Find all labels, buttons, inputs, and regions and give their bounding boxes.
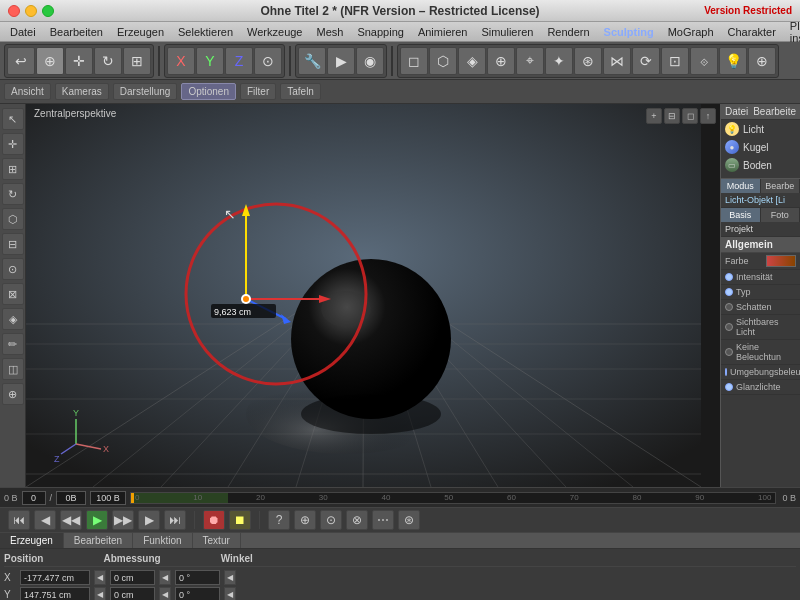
coord-y-pos[interactable] — [20, 587, 90, 600]
tb-obj3[interactable]: ◈ — [458, 47, 486, 75]
lp-uv[interactable]: ⊠ — [2, 283, 24, 305]
lp-move[interactable]: ✛ — [2, 133, 24, 155]
coord-x-angle-arrow[interactable]: ◀ — [224, 570, 236, 585]
bt-textur[interactable]: Textur — [193, 533, 241, 548]
pb-play[interactable]: ▶ — [86, 510, 108, 530]
tb-x-axis[interactable]: X — [167, 47, 195, 75]
tb-obj13[interactable]: ⊕ — [748, 47, 776, 75]
coord-y-pos-arrow[interactable]: ◀ — [94, 587, 106, 600]
close-button[interactable] — [8, 5, 20, 17]
coord-x-pos-arrow[interactable]: ◀ — [94, 570, 106, 585]
tb2-optionen[interactable]: Optionen — [181, 83, 236, 100]
pb-key-btn4[interactable]: ⊗ — [346, 510, 368, 530]
pb-key-btn1[interactable]: ? — [268, 510, 290, 530]
minimize-button[interactable] — [25, 5, 37, 17]
tb2-darstellung[interactable]: Darstellung — [113, 83, 178, 100]
menu-animieren[interactable]: Animieren — [412, 24, 474, 40]
bt-bearbeiten[interactable]: Bearbeiten — [64, 533, 133, 548]
vp-btn-1[interactable]: + — [646, 108, 662, 124]
tb-snap[interactable]: 🔧 — [298, 47, 326, 75]
pb-record[interactable]: ⏺ — [203, 510, 225, 530]
bt-erzeugen[interactable]: Erzeugen — [0, 533, 64, 548]
pb-key-btn5[interactable]: ⋯ — [372, 510, 394, 530]
props-subtab-foto[interactable]: Foto — [761, 208, 801, 222]
tb-render2[interactable]: ◉ — [356, 47, 384, 75]
menu-simulieren[interactable]: Simulieren — [475, 24, 539, 40]
tb-obj12[interactable]: 💡 — [719, 47, 747, 75]
tb-obj7[interactable]: ⊛ — [574, 47, 602, 75]
viewport[interactable]: Zentralperspektive + ⊟ ◻ ↑ — [26, 104, 720, 487]
tl-range-end-input[interactable] — [90, 491, 126, 505]
lp-pointer[interactable]: ↖ — [2, 108, 24, 130]
tl-current-input[interactable] — [22, 491, 46, 505]
vp-btn-3[interactable]: ◻ — [682, 108, 698, 124]
pb-next-frame[interactable]: ▶ — [138, 510, 160, 530]
menu-rendern[interactable]: Rendern — [541, 24, 595, 40]
coord-x-size-arrow[interactable]: ◀ — [159, 570, 171, 585]
lp-mirror[interactable]: ◫ — [2, 358, 24, 380]
menu-snapping[interactable]: Snapping — [351, 24, 410, 40]
tb-obj9[interactable]: ⟳ — [632, 47, 660, 75]
lp-point[interactable]: ⊙ — [2, 258, 24, 280]
pb-to-end[interactable]: ⏭ — [164, 510, 186, 530]
vp-btn-4[interactable]: ↑ — [700, 108, 716, 124]
tb-render[interactable]: ▶ — [327, 47, 355, 75]
coord-y-angle[interactable] — [175, 587, 220, 600]
pb-prev-key[interactable]: ◀◀ — [60, 510, 82, 530]
tb-obj1[interactable]: ◻ — [400, 47, 428, 75]
pb-key-btn6[interactable]: ⊛ — [398, 510, 420, 530]
tb-scale[interactable]: ⊞ — [123, 47, 151, 75]
lp-rotate[interactable]: ↻ — [2, 183, 24, 205]
lp-axis[interactable]: ⊕ — [2, 383, 24, 405]
pb-key-btn2[interactable]: ⊕ — [294, 510, 316, 530]
tb2-tafeln[interactable]: Tafeln — [280, 83, 321, 100]
menu-mograph[interactable]: MoGraph — [662, 24, 720, 40]
menu-erzeugen[interactable]: Erzeugen — [111, 24, 170, 40]
menu-charakter[interactable]: Charakter — [722, 24, 782, 40]
tb-move[interactable]: ✛ — [65, 47, 93, 75]
menu-bearbeiten[interactable]: Bearbeiten — [44, 24, 109, 40]
lp-magnet[interactable]: ◈ — [2, 308, 24, 330]
tb-y-axis[interactable]: Y — [196, 47, 224, 75]
tb-obj4[interactable]: ⊕ — [487, 47, 515, 75]
tb-z-axis[interactable]: Z — [225, 47, 253, 75]
props-tab-modus[interactable]: Modus — [721, 179, 761, 193]
tb-obj5[interactable]: ⌖ — [516, 47, 544, 75]
tb-undo[interactable]: ↩ — [7, 47, 35, 75]
tb-select[interactable]: ⊕ — [36, 47, 64, 75]
coord-y-angle-arrow[interactable]: ◀ — [224, 587, 236, 600]
coord-y-size-arrow[interactable]: ◀ — [159, 587, 171, 600]
coord-x-size[interactable] — [110, 570, 155, 585]
props-tab-bearbeite[interactable]: Bearbe — [761, 179, 801, 193]
pb-key-btn3[interactable]: ⊙ — [320, 510, 342, 530]
pb-stop-record[interactable]: ⏹ — [229, 510, 251, 530]
obj-sphere-item[interactable]: ● Kugel — [721, 138, 800, 156]
coord-y-size[interactable] — [110, 587, 155, 600]
tb2-kameras[interactable]: Kameras — [55, 83, 109, 100]
maximize-button[interactable] — [42, 5, 54, 17]
tb-rotate[interactable]: ↻ — [94, 47, 122, 75]
coord-x-angle[interactable] — [175, 570, 220, 585]
lp-brush[interactable]: ✏ — [2, 333, 24, 355]
tb-obj10[interactable]: ⊡ — [661, 47, 689, 75]
bt-funktion[interactable]: Funktion — [133, 533, 192, 548]
menu-mesh[interactable]: Mesh — [310, 24, 349, 40]
coord-x-pos[interactable] — [20, 570, 90, 585]
tb-object-coord[interactable]: ⊙ — [254, 47, 282, 75]
obj-light-item[interactable]: 💡 Licht — [721, 120, 800, 138]
pb-next-key[interactable]: ▶▶ — [112, 510, 134, 530]
lp-edge[interactable]: ⊟ — [2, 233, 24, 255]
menu-sculpting[interactable]: Sculpting — [598, 24, 660, 40]
lp-poly[interactable]: ⬡ — [2, 208, 24, 230]
tb-obj8[interactable]: ⋈ — [603, 47, 631, 75]
pb-to-start[interactable]: ⏮ — [8, 510, 30, 530]
timeline-bar[interactable]: 010203040 5060708090100 — [130, 492, 776, 504]
tb-obj2[interactable]: ⬡ — [429, 47, 457, 75]
tb-obj11[interactable]: ⟐ — [690, 47, 718, 75]
pb-prev-frame[interactable]: ◀ — [34, 510, 56, 530]
obj-floor-item[interactable]: ▭ Boden — [721, 156, 800, 174]
tl-frame-input[interactable] — [56, 491, 86, 505]
props-subtab-basis[interactable]: Basis — [721, 208, 761, 222]
tb-obj6[interactable]: ✦ — [545, 47, 573, 75]
lp-scale[interactable]: ⊞ — [2, 158, 24, 180]
